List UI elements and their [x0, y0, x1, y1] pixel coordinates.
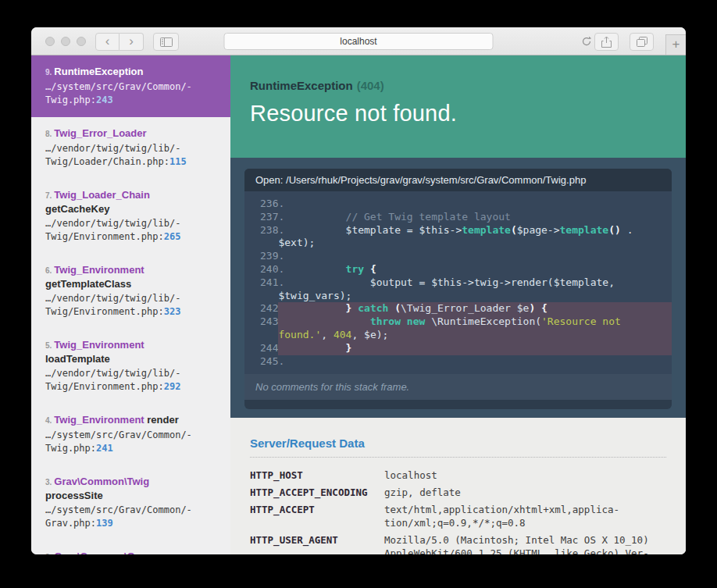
code-line: 239. [260, 250, 672, 263]
code-token: template [462, 224, 511, 236]
code-line: $twig_vars); [260, 290, 672, 303]
code-token: template [560, 224, 609, 236]
code-line: 243. throw new \RuntimeException('Resour… [260, 315, 672, 329]
stack-frame[interactable]: 9.RuntimeException…/system/src/Grav/Comm… [31, 55, 230, 117]
minimize-button[interactable] [61, 37, 70, 46]
code-line-content: $template = $this->template($page->templ… [297, 224, 672, 237]
code-line: 236. [260, 198, 672, 211]
reload-icon[interactable] [581, 36, 592, 47]
frame-class: Twig_Environment [54, 339, 144, 351]
stack-frame[interactable]: 7.Twig_Loader_ChaingetCacheKey…/vendor/t… [31, 179, 230, 254]
new-tab-button[interactable]: + [665, 34, 686, 55]
frame-line-number: 115 [169, 156, 187, 167]
frame-class: Twig_Environment [54, 414, 144, 426]
code-token [297, 302, 346, 314]
code-token: } [346, 302, 358, 314]
code-token: throw [370, 315, 401, 327]
code-token: $template, [554, 276, 615, 288]
frame-index: 3. [45, 478, 52, 486]
stack-frame[interactable]: 2.Grav\Common\GravGrav\Common\{closure} [31, 540, 230, 554]
request-data-row: HTTP_ACCEPT_ENCODINGgzip, deflate [250, 486, 666, 499]
frame-function: getCacheKey [45, 202, 216, 216]
stack-frame[interactable]: 4.Twig_Environment render…/system/src/Gr… [31, 404, 230, 465]
frame-index: 2. [45, 553, 52, 554]
share-button[interactable] [594, 33, 619, 51]
frame-path: …/system/src/Grav/Common/- Twig.php:243 [45, 80, 216, 107]
code-line-content: found.', 404, $e); [278, 329, 672, 342]
code-line: 237. // Get Twig template layout [260, 211, 672, 224]
code-token: new [407, 315, 425, 327]
code-line-content: // Get Twig template layout [297, 211, 672, 224]
frame-line-number: 139 [96, 518, 113, 529]
plus-icon: + [672, 37, 680, 52]
browser-titlebar: ‹ › localhost [31, 27, 686, 55]
frame-path: …/vendor/twig/twig/lib/- Twig/Loader/Cha… [45, 142, 216, 169]
show-all-tabs-button[interactable] [630, 33, 654, 51]
code-token: ( [511, 224, 517, 236]
tabs-overview-icon [637, 37, 647, 47]
sidebar-toggle-button[interactable] [153, 33, 179, 51]
code-token [401, 315, 407, 327]
code-line-content: try { [297, 263, 672, 276]
stack-frame[interactable]: 3.Grav\Common\TwigprocessSite…/system/sr… [31, 465, 230, 540]
frame-path-text: …/vendor/twig/twig/lib/- Twig/Environmen… [45, 368, 180, 392]
code-line-content [297, 250, 672, 263]
zoom-button[interactable] [77, 37, 86, 46]
frame-header: 4.Twig_Environment render [45, 413, 216, 427]
url-bar[interactable]: localhost [224, 33, 494, 50]
request-data-row: HTTP_ACCEPTtext/html,application/xhtml+x… [250, 503, 666, 529]
stack-frame[interactable]: 6.Twig_EnvironmentgetTemplateClass…/vend… [31, 254, 230, 329]
frame-header: 3.Grav\Common\TwigprocessSite [45, 475, 216, 502]
code-line: $ext); [260, 237, 672, 250]
source-code-viewer: 236.237. // Get Twig template layout238.… [244, 191, 672, 374]
code-token [297, 263, 346, 275]
code-token: $ext); [278, 237, 315, 248]
code-token: () [608, 224, 621, 236]
frame-line-number: 292 [164, 381, 181, 392]
code-line-content: $twig_vars); [278, 290, 672, 303]
code-token: \Twig_Error_Loader $e [401, 302, 529, 314]
back-button[interactable]: ‹ [95, 33, 120, 51]
close-button[interactable] [45, 37, 55, 46]
frame-header: 9.RuntimeException [45, 65, 216, 79]
frame-function: processSite [45, 489, 216, 502]
request-data-row: HTTP_HOSTlocalhost [250, 469, 666, 482]
code-line-content: $output = $this->twig->render($template, [297, 276, 672, 290]
frame-function: loadTemplate [45, 352, 216, 365]
forward-chevron-icon: › [129, 34, 134, 48]
back-chevron-icon: ‹ [105, 34, 110, 48]
code-line-number: 238. [260, 224, 297, 237]
frame-path: …/system/src/Grav/Common/- Grav.php:139 [45, 504, 216, 530]
code-line-number: 239. [260, 250, 297, 263]
code-line: 241. $output = $this->twig->render($temp… [260, 276, 672, 290]
request-data-value: gzip, deflate [384, 486, 461, 499]
stack-frame[interactable]: 5.Twig_EnvironmentloadTemplate…/vendor/t… [31, 329, 230, 404]
code-token: , $e); [351, 329, 388, 340]
sidebar-icon [160, 37, 173, 47]
frame-path-text: …/system/src/Grav/Common/- Twig.php: [45, 81, 192, 105]
frame-line-number: 243 [96, 94, 113, 105]
browser-window: ‹ › localhost [31, 27, 686, 554]
code-token: $output = $this->twig->render( [297, 276, 554, 288]
request-data-value: Mozilla/5.0 (Macintosh; Intel Mac OS X 1… [384, 533, 649, 554]
code-token: $page-> [517, 224, 560, 236]
code-line: 245. [260, 355, 672, 369]
frame-header: 2.Grav\Common\GravGrav\Common\{closure} [45, 550, 216, 554]
code-token: \RuntimeException( [425, 315, 541, 327]
whoops-error-page: 9.RuntimeException…/system/src/Grav/Comm… [31, 55, 686, 554]
exception-message: Resource not found. [250, 101, 670, 127]
open-file-link[interactable]: Open: /Users/rhuk/Projects/grav/grav/sys… [244, 169, 672, 191]
code-token: $template = $this-> [297, 224, 462, 236]
forward-button[interactable]: › [120, 33, 144, 51]
code-line-content [297, 355, 672, 369]
frame-index: 5. [45, 341, 52, 350]
code-token: . [621, 224, 633, 236]
code-line-number: 241. [260, 276, 297, 290]
frame-line-number: 323 [164, 306, 181, 317]
stack-frame[interactable]: 8.Twig_Error_Loader…/vendor/twig/twig/li… [31, 117, 230, 179]
code-line-number [260, 290, 278, 303]
code-token [297, 315, 370, 327]
frame-header: 5.Twig_EnvironmentloadTemplate [45, 338, 216, 365]
server-request-section: Server/Request Data HTTP_HOSTlocalhostHT… [230, 418, 686, 554]
code-line-content [297, 198, 672, 211]
